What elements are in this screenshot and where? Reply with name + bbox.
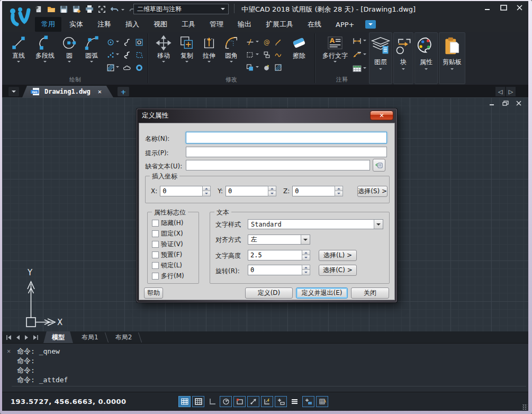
- constant-checkbox[interactable]: [152, 230, 159, 237]
- clipboard-button[interactable]: 剪贴板: [439, 32, 465, 84]
- fillet-button[interactable]: 圆角: [220, 34, 243, 64]
- insert-field-button[interactable]: [373, 159, 385, 172]
- erase-button[interactable]: 擦除: [286, 34, 312, 59]
- prev-layout-icon[interactable]: [14, 334, 21, 341]
- spin-down-icon[interactable]: [302, 255, 310, 260]
- tab-online[interactable]: 在线: [301, 17, 328, 32]
- verify-checkbox[interactable]: [152, 241, 159, 248]
- spin-up-icon[interactable]: [202, 186, 211, 191]
- spin-up-icon[interactable]: [335, 186, 343, 191]
- polar-icon[interactable]: [220, 396, 232, 407]
- spin-up-icon[interactable]: [268, 186, 276, 191]
- align-select[interactable]: 左: [248, 235, 310, 245]
- snap-tracking-icon[interactable]: [247, 396, 259, 407]
- pick-height-button[interactable]: 选择(L) >: [319, 250, 357, 261]
- polyline-button[interactable]: 多段线: [31, 34, 59, 64]
- plot-preview-icon[interactable]: [97, 5, 106, 14]
- command-line-panel[interactable]: ✕ 命令: _qnew 命令: 命令: 命令: _attdef: [2, 343, 528, 392]
- grid-display-icon[interactable]: [192, 396, 204, 407]
- z-input[interactable]: [292, 186, 335, 196]
- spin-up-icon[interactable]: [302, 250, 310, 255]
- divide-tool[interactable]: [107, 49, 119, 61]
- pick-point-button[interactable]: 选择(S) >: [357, 186, 387, 197]
- align-tool[interactable]: [263, 49, 270, 61]
- properties-button[interactable]: 属性: [414, 32, 438, 84]
- spin-down-icon[interactable]: [302, 269, 310, 275]
- tab-app-plus[interactable]: APP+: [329, 18, 360, 31]
- first-layout-icon[interactable]: [5, 334, 12, 341]
- line-button[interactable]: 直线: [6, 34, 31, 64]
- tab-layout2[interactable]: 布局2: [107, 331, 141, 344]
- close-icon[interactable]: [516, 4, 523, 11]
- height-input[interactable]: [248, 250, 302, 260]
- spline-fit-tool[interactable]: [123, 49, 131, 61]
- arc-button[interactable]: 圆弧: [79, 34, 104, 64]
- spline-tool[interactable]: [123, 36, 131, 49]
- leader-tool[interactable]: [353, 48, 366, 62]
- help-button[interactable]: 帮助: [144, 287, 163, 299]
- mtext-button[interactable]: A 多行文字: [319, 34, 351, 64]
- tab-output[interactable]: 输出: [231, 17, 258, 32]
- x-input[interactable]: [160, 186, 202, 196]
- block-button[interactable]: 块: [393, 32, 413, 84]
- tab-annotate[interactable]: 注释: [91, 17, 118, 32]
- offset-tool[interactable]: [246, 61, 259, 74]
- circle-button[interactable]: 圆: [59, 34, 79, 64]
- doc-tab-list-button[interactable]: [8, 87, 19, 96]
- close-tab-icon[interactable]: ✕: [98, 88, 102, 95]
- tab-express[interactable]: 扩展工具: [259, 17, 300, 32]
- last-layout-icon[interactable]: [32, 334, 39, 341]
- define-and-exit-button[interactable]: 定义并退出(E): [296, 287, 348, 299]
- dialog-close-button[interactable]: ✕: [370, 111, 393, 120]
- trim-tool[interactable]: [246, 36, 259, 49]
- table-tool[interactable]: [353, 62, 366, 76]
- maximize-icon[interactable]: [500, 4, 507, 11]
- donut-tool[interactable]: [136, 61, 143, 74]
- revcloud-tool[interactable]: [123, 61, 131, 74]
- default-text-input[interactable]: [186, 160, 370, 170]
- tab-model[interactable]: 模型: [43, 331, 73, 344]
- drawing-canvas[interactable]: Y X 定义属性 ✕ 名称(N): 提示(P): 缺省文本(U): 插入坐标: [2, 97, 528, 331]
- scroll-tabs-right-icon[interactable]: ▷: [506, 87, 516, 96]
- undo-dropdown-icon[interactable]: [121, 9, 124, 12]
- print-icon[interactable]: [85, 5, 94, 14]
- resize-grip[interactable]: [522, 404, 527, 410]
- osnap-icon[interactable]: [233, 396, 246, 407]
- gradient-tool[interactable]: [275, 61, 282, 74]
- preset-checkbox[interactable]: [152, 251, 159, 258]
- new-file-icon[interactable]: [34, 5, 43, 14]
- scroll-tabs-left-icon[interactable]: ◁: [495, 87, 505, 96]
- stretch-button[interactable]: 拉伸: [199, 34, 220, 64]
- prompt-input[interactable]: [186, 147, 387, 157]
- spin-down-icon[interactable]: [202, 191, 211, 196]
- spin-up-icon[interactable]: [302, 265, 310, 269]
- grid-icon[interactable]: [178, 396, 191, 407]
- document-tab[interactable]: DWG Drawing1.dwg ✕: [22, 86, 113, 97]
- scale-tool[interactable]: [246, 49, 259, 61]
- pick-rotation-button[interactable]: 选择(C) >: [319, 265, 357, 276]
- quick-properties-icon[interactable]: [302, 396, 314, 407]
- erase-line-tool[interactable]: [275, 36, 282, 49]
- dialog-title-bar[interactable]: 定义属性: [137, 109, 396, 122]
- region-tool[interactable]: [136, 36, 143, 49]
- save-as-icon[interactable]: [72, 5, 81, 14]
- tab-manage[interactable]: 管理: [203, 17, 230, 32]
- doc-restore-icon[interactable]: [502, 100, 509, 106]
- move-button[interactable]: 移动: [152, 34, 175, 64]
- dynamic-ucs-icon[interactable]: [316, 396, 328, 407]
- tab-insert[interactable]: 插入: [119, 17, 146, 32]
- ortho-icon[interactable]: [206, 396, 218, 407]
- define-button[interactable]: 定义(D): [245, 287, 293, 299]
- dimension-tool[interactable]: [353, 34, 366, 48]
- copy-button[interactable]: 复制: [175, 34, 199, 64]
- tab-solid[interactable]: 实体: [63, 17, 89, 32]
- doc-close-icon[interactable]: [515, 100, 522, 106]
- multiline-checkbox[interactable]: [152, 273, 159, 280]
- hidden-checkbox[interactable]: [152, 220, 159, 227]
- tab-layout1[interactable]: 布局1: [73, 331, 107, 344]
- tab-view[interactable]: 视图: [147, 17, 174, 32]
- close-command-panel-icon[interactable]: ✕: [7, 347, 11, 355]
- doc-minimize-icon[interactable]: [489, 100, 495, 106]
- reverse-tool[interactable]: [275, 49, 282, 61]
- layer-button[interactable]: 图层: [369, 32, 392, 84]
